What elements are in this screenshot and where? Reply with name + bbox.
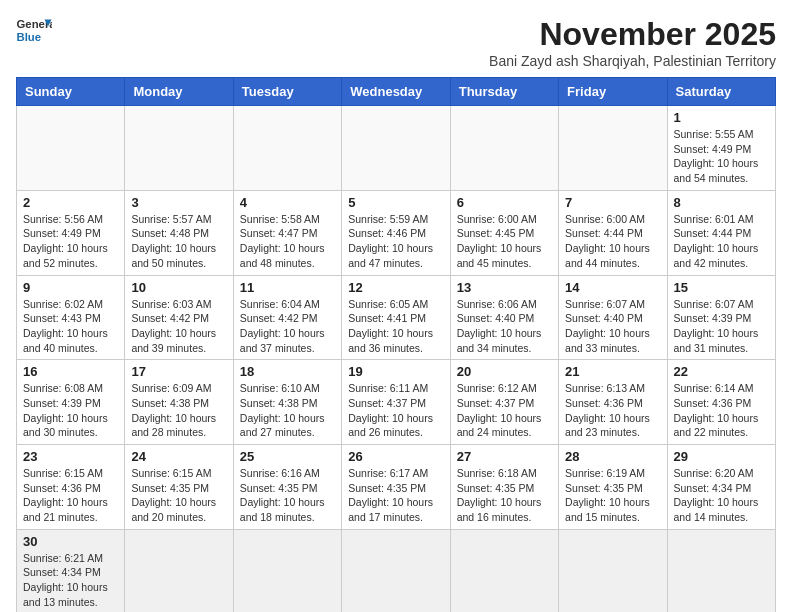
day-number: 18 xyxy=(240,364,335,379)
day-cell-9: 9Sunrise: 6:02 AM Sunset: 4:43 PM Daylig… xyxy=(17,275,125,360)
day-number: 3 xyxy=(131,195,226,210)
day-info: Sunrise: 6:20 AM Sunset: 4:34 PM Dayligh… xyxy=(674,466,769,525)
day-cell-17: 17Sunrise: 6:09 AM Sunset: 4:38 PM Dayli… xyxy=(125,360,233,445)
day-info: Sunrise: 5:56 AM Sunset: 4:49 PM Dayligh… xyxy=(23,212,118,271)
weekday-header-monday: Monday xyxy=(125,78,233,106)
day-number: 20 xyxy=(457,364,552,379)
day-info: Sunrise: 6:02 AM Sunset: 4:43 PM Dayligh… xyxy=(23,297,118,356)
weekday-header-sunday: Sunday xyxy=(17,78,125,106)
month-title: November 2025 xyxy=(489,16,776,53)
calendar-row-0: 1Sunrise: 5:55 AM Sunset: 4:49 PM Daylig… xyxy=(17,106,776,191)
day-cell-21: 21Sunrise: 6:13 AM Sunset: 4:36 PM Dayli… xyxy=(559,360,667,445)
day-cell-14: 14Sunrise: 6:07 AM Sunset: 4:40 PM Dayli… xyxy=(559,275,667,360)
day-number: 6 xyxy=(457,195,552,210)
day-cell-12: 12Sunrise: 6:05 AM Sunset: 4:41 PM Dayli… xyxy=(342,275,450,360)
day-info: Sunrise: 6:05 AM Sunset: 4:41 PM Dayligh… xyxy=(348,297,443,356)
day-number: 30 xyxy=(23,534,118,549)
day-cell-27: 27Sunrise: 6:18 AM Sunset: 4:35 PM Dayli… xyxy=(450,445,558,530)
day-number: 21 xyxy=(565,364,660,379)
weekday-header-thursday: Thursday xyxy=(450,78,558,106)
day-cell-23: 23Sunrise: 6:15 AM Sunset: 4:36 PM Dayli… xyxy=(17,445,125,530)
day-info: Sunrise: 6:12 AM Sunset: 4:37 PM Dayligh… xyxy=(457,381,552,440)
day-cell-16: 16Sunrise: 6:08 AM Sunset: 4:39 PM Dayli… xyxy=(17,360,125,445)
day-info: Sunrise: 6:07 AM Sunset: 4:39 PM Dayligh… xyxy=(674,297,769,356)
day-info: Sunrise: 6:00 AM Sunset: 4:45 PM Dayligh… xyxy=(457,212,552,271)
logo-icon: General Blue xyxy=(16,16,52,44)
day-number: 24 xyxy=(131,449,226,464)
day-cell-4: 4Sunrise: 5:58 AM Sunset: 4:47 PM Daylig… xyxy=(233,190,341,275)
day-number: 9 xyxy=(23,280,118,295)
day-cell-2: 2Sunrise: 5:56 AM Sunset: 4:49 PM Daylig… xyxy=(17,190,125,275)
day-number: 4 xyxy=(240,195,335,210)
day-number: 17 xyxy=(131,364,226,379)
day-number: 13 xyxy=(457,280,552,295)
day-info: Sunrise: 6:17 AM Sunset: 4:35 PM Dayligh… xyxy=(348,466,443,525)
day-cell-20: 20Sunrise: 6:12 AM Sunset: 4:37 PM Dayli… xyxy=(450,360,558,445)
weekday-header-friday: Friday xyxy=(559,78,667,106)
day-number: 23 xyxy=(23,449,118,464)
day-number: 1 xyxy=(674,110,769,125)
page-header: General Blue November 2025 Bani Zayd ash… xyxy=(16,16,776,69)
day-number: 8 xyxy=(674,195,769,210)
day-number: 19 xyxy=(348,364,443,379)
day-cell-10: 10Sunrise: 6:03 AM Sunset: 4:42 PM Dayli… xyxy=(125,275,233,360)
day-info: Sunrise: 6:09 AM Sunset: 4:38 PM Dayligh… xyxy=(131,381,226,440)
day-number: 22 xyxy=(674,364,769,379)
empty-cell xyxy=(450,529,558,612)
day-cell-30: 30Sunrise: 6:21 AM Sunset: 4:34 PM Dayli… xyxy=(17,529,125,612)
day-cell-7: 7Sunrise: 6:00 AM Sunset: 4:44 PM Daylig… xyxy=(559,190,667,275)
day-number: 26 xyxy=(348,449,443,464)
day-info: Sunrise: 6:10 AM Sunset: 4:38 PM Dayligh… xyxy=(240,381,335,440)
empty-cell xyxy=(667,529,775,612)
day-info: Sunrise: 5:59 AM Sunset: 4:46 PM Dayligh… xyxy=(348,212,443,271)
weekday-header-saturday: Saturday xyxy=(667,78,775,106)
day-number: 2 xyxy=(23,195,118,210)
day-cell-1: 1Sunrise: 5:55 AM Sunset: 4:49 PM Daylig… xyxy=(667,106,775,191)
title-area: November 2025 Bani Zayd ash Sharqiyah, P… xyxy=(489,16,776,69)
empty-cell xyxy=(342,529,450,612)
day-number: 15 xyxy=(674,280,769,295)
calendar-row-4: 23Sunrise: 6:15 AM Sunset: 4:36 PM Dayli… xyxy=(17,445,776,530)
day-info: Sunrise: 6:15 AM Sunset: 4:36 PM Dayligh… xyxy=(23,466,118,525)
day-number: 12 xyxy=(348,280,443,295)
day-info: Sunrise: 6:11 AM Sunset: 4:37 PM Dayligh… xyxy=(348,381,443,440)
day-info: Sunrise: 5:55 AM Sunset: 4:49 PM Dayligh… xyxy=(674,127,769,186)
day-cell-26: 26Sunrise: 6:17 AM Sunset: 4:35 PM Dayli… xyxy=(342,445,450,530)
day-cell-5: 5Sunrise: 5:59 AM Sunset: 4:46 PM Daylig… xyxy=(342,190,450,275)
day-cell-25: 25Sunrise: 6:16 AM Sunset: 4:35 PM Dayli… xyxy=(233,445,341,530)
day-info: Sunrise: 6:18 AM Sunset: 4:35 PM Dayligh… xyxy=(457,466,552,525)
empty-cell xyxy=(125,529,233,612)
empty-cell xyxy=(559,529,667,612)
day-cell-6: 6Sunrise: 6:00 AM Sunset: 4:45 PM Daylig… xyxy=(450,190,558,275)
day-info: Sunrise: 6:06 AM Sunset: 4:40 PM Dayligh… xyxy=(457,297,552,356)
day-number: 28 xyxy=(565,449,660,464)
weekday-header-tuesday: Tuesday xyxy=(233,78,341,106)
day-number: 5 xyxy=(348,195,443,210)
day-number: 7 xyxy=(565,195,660,210)
calendar-row-3: 16Sunrise: 6:08 AM Sunset: 4:39 PM Dayli… xyxy=(17,360,776,445)
calendar-row-1: 2Sunrise: 5:56 AM Sunset: 4:49 PM Daylig… xyxy=(17,190,776,275)
day-number: 27 xyxy=(457,449,552,464)
calendar-row-2: 9Sunrise: 6:02 AM Sunset: 4:43 PM Daylig… xyxy=(17,275,776,360)
day-cell-22: 22Sunrise: 6:14 AM Sunset: 4:36 PM Dayli… xyxy=(667,360,775,445)
day-info: Sunrise: 5:58 AM Sunset: 4:47 PM Dayligh… xyxy=(240,212,335,271)
day-info: Sunrise: 6:15 AM Sunset: 4:35 PM Dayligh… xyxy=(131,466,226,525)
calendar-row-5: 30Sunrise: 6:21 AM Sunset: 4:34 PM Dayli… xyxy=(17,529,776,612)
weekday-header-row: SundayMondayTuesdayWednesdayThursdayFrid… xyxy=(17,78,776,106)
day-info: Sunrise: 6:14 AM Sunset: 4:36 PM Dayligh… xyxy=(674,381,769,440)
empty-cell xyxy=(342,106,450,191)
day-info: Sunrise: 5:57 AM Sunset: 4:48 PM Dayligh… xyxy=(131,212,226,271)
empty-cell xyxy=(559,106,667,191)
empty-cell xyxy=(233,529,341,612)
day-cell-29: 29Sunrise: 6:20 AM Sunset: 4:34 PM Dayli… xyxy=(667,445,775,530)
day-number: 11 xyxy=(240,280,335,295)
empty-cell xyxy=(233,106,341,191)
day-cell-3: 3Sunrise: 5:57 AM Sunset: 4:48 PM Daylig… xyxy=(125,190,233,275)
day-cell-19: 19Sunrise: 6:11 AM Sunset: 4:37 PM Dayli… xyxy=(342,360,450,445)
day-cell-28: 28Sunrise: 6:19 AM Sunset: 4:35 PM Dayli… xyxy=(559,445,667,530)
empty-cell xyxy=(17,106,125,191)
day-info: Sunrise: 6:21 AM Sunset: 4:34 PM Dayligh… xyxy=(23,551,118,610)
day-number: 10 xyxy=(131,280,226,295)
day-number: 16 xyxy=(23,364,118,379)
day-number: 25 xyxy=(240,449,335,464)
